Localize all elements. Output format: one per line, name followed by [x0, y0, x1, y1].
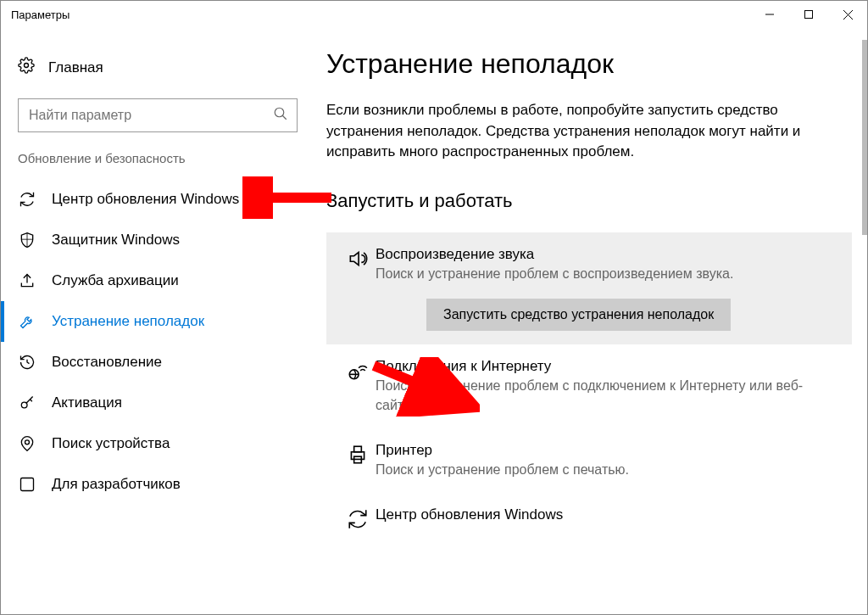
history-icon [18, 354, 36, 371]
troubleshoot-item-audio[interactable]: Воспроизведение звука Поиск и устранение… [326, 232, 852, 344]
sidebar-item-label: Восстановление [52, 354, 162, 371]
titlebar: Параметры [1, 1, 867, 28]
wrench-icon [18, 313, 36, 330]
backup-icon [18, 272, 36, 289]
sidebar-item-activation[interactable]: Активация [1, 383, 314, 423]
troubleshoot-item-windows-update[interactable]: Центр обновления Windows [326, 493, 852, 544]
location-icon [18, 435, 36, 452]
troubleshoot-item-printer[interactable]: Принтер Поиск и устранение проблем с печ… [326, 428, 852, 493]
sidebar-item-find-device[interactable]: Поиск устройства [1, 423, 314, 464]
svg-rect-11 [351, 452, 364, 460]
sidebar-item-label: Устранение неполадок [52, 313, 204, 330]
svg-point-4 [25, 64, 29, 68]
sidebar-item-defender[interactable]: Защитник Windows [1, 220, 314, 260]
sidebar-home-label: Главная [48, 59, 103, 76]
settings-window: Параметры Главная [0, 0, 868, 615]
code-icon [18, 476, 36, 493]
page-title: Устранение неполадок [326, 48, 852, 80]
sync-icon [18, 191, 36, 208]
gear-icon [18, 57, 35, 78]
troubleshoot-item-title: Воспроизведение звука [376, 246, 838, 263]
svg-rect-12 [354, 446, 362, 452]
scrollbar[interactable] [862, 40, 867, 235]
sync-icon [340, 506, 376, 530]
troubleshoot-item-internet[interactable]: Подключения к Интернету Поиск и устранен… [326, 344, 852, 428]
sidebar-item-windows-update[interactable]: Центр обновления Windows [1, 179, 314, 220]
sidebar-home[interactable]: Главная [1, 48, 314, 87]
svg-point-8 [25, 440, 30, 444]
shield-icon [18, 232, 36, 249]
sidebar-item-label: Поиск устройства [52, 435, 170, 452]
window-title: Параметры [11, 8, 70, 21]
run-troubleshooter-button[interactable]: Запустить средство устранения неполадок [426, 299, 731, 331]
svg-line-6 [282, 115, 287, 120]
maximize-button[interactable] [789, 1, 828, 28]
printer-icon [340, 442, 376, 479]
section-header: Запустить и работать [326, 190, 852, 212]
sidebar-section-header: Обновление и безопасность [1, 151, 314, 179]
troubleshoot-item-desc: Поиск и устранение проблем с печатью. [376, 461, 838, 479]
sidebar-item-label: Активация [52, 394, 122, 411]
sidebar-item-label: Служба архивации [52, 272, 179, 289]
troubleshoot-item-desc: Поиск и устранение проблем с воспроизвед… [376, 265, 838, 283]
sidebar-item-label: Для разработчиков [52, 476, 181, 493]
wifi-globe-icon [340, 358, 376, 415]
sidebar-item-backup[interactable]: Служба архивации [1, 260, 314, 301]
page-intro: Если возникли проблемы в работе, попробу… [326, 100, 852, 163]
sidebar-item-label: Защитник Windows [52, 232, 180, 249]
troubleshoot-item-desc: Поиск и устранение проблем с подключение… [376, 377, 838, 415]
sidebar: Главная Обновление и безопасность Центр … [1, 28, 314, 614]
sidebar-item-label: Центр обновления Windows [52, 191, 239, 208]
titlebar-controls [750, 1, 867, 28]
troubleshoot-item-title: Принтер [376, 442, 838, 459]
troubleshoot-item-title: Центр обновления Windows [376, 506, 838, 523]
minimize-button[interactable] [750, 1, 789, 28]
sidebar-item-developers[interactable]: Для разработчиков [1, 464, 314, 493]
close-button[interactable] [828, 1, 867, 28]
search-icon [273, 106, 288, 125]
speaker-icon [340, 246, 376, 331]
search-input[interactable] [27, 107, 273, 124]
key-icon [18, 394, 36, 411]
troubleshoot-item-title: Подключения к Интернету [376, 358, 838, 375]
sidebar-item-recovery[interactable]: Восстановление [1, 342, 314, 383]
sidebar-item-troubleshoot[interactable]: Устранение неполадок [1, 301, 314, 342]
svg-point-5 [275, 108, 284, 117]
svg-rect-9 [21, 478, 34, 491]
search-input-container[interactable] [18, 98, 298, 132]
svg-rect-1 [805, 11, 813, 19]
main-content: Устранение неполадок Если возникли пробл… [314, 28, 867, 614]
